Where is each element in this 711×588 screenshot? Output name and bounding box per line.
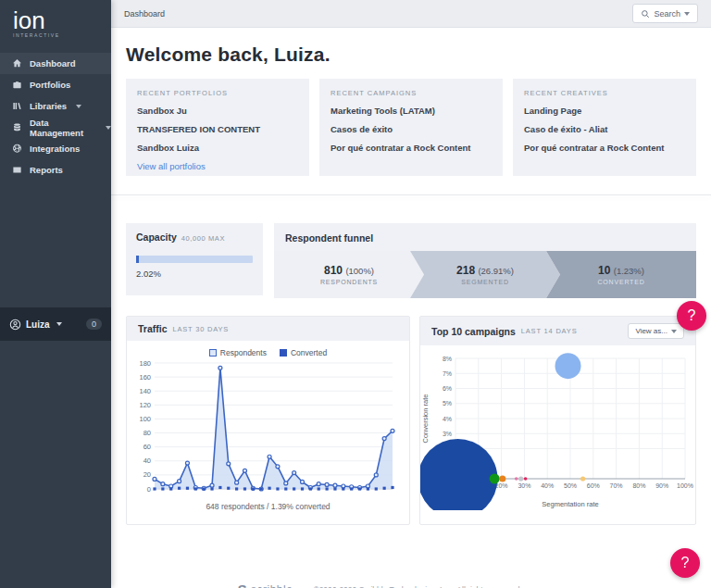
svg-text:20: 20: [143, 470, 151, 479]
user-name: Luiza: [26, 319, 50, 330]
respondents-swatch: [209, 349, 217, 357]
stage-percent: (100%): [345, 266, 374, 276]
svg-text:60%: 60%: [587, 482, 600, 489]
scribble-logo[interactable]: S scribble: [237, 583, 293, 588]
view-as-dropdown[interactable]: View as...: [628, 323, 684, 339]
campaign-link[interactable]: Marketing Tools (LATAM): [331, 106, 492, 116]
capacity-progress-bar: [136, 256, 253, 263]
capacity-max-label: 40,000 MAX: [181, 234, 225, 243]
traffic-caption: 648 respondents / 1.39% converted: [127, 500, 409, 511]
capacity-card: Capacity 40,000 MAX 2.02%: [126, 223, 263, 295]
svg-text:50%: 50%: [564, 482, 577, 489]
app-root: ion INTERACTIVE Dashboard Portfolios Lib…: [0, 0, 711, 588]
svg-text:180: 180: [139, 359, 151, 368]
funnel-stage-segmented: 218 (26.91%) SEGMENTED: [410, 251, 560, 298]
converted-swatch: [280, 349, 287, 357]
scribble-logo-text: scribble: [251, 583, 293, 588]
content: Welcome back, Luiza. RECENT PORTFOLIOS S…: [111, 28, 711, 588]
creative-link[interactable]: Landing Page: [524, 106, 685, 116]
stage-value: 810: [324, 264, 343, 277]
portfolio-link[interactable]: Sandbox Ju: [137, 106, 298, 116]
sidebar-item-dashboard[interactable]: Dashboard: [0, 53, 111, 74]
globe-icon: [12, 144, 22, 154]
svg-text:7%: 7%: [443, 370, 452, 377]
ion-logo[interactable]: ion INTERACTIVE: [0, 0, 111, 45]
chevron-down-icon: [106, 126, 111, 130]
svg-text:60: 60: [143, 443, 151, 451]
respondent-funnel-card: Respondent funnel 810 (100%) RESPONDENTS…: [274, 223, 696, 298]
sidebar-item-libraries[interactable]: Libraries: [0, 95, 111, 117]
svg-text:0: 0: [147, 485, 151, 494]
legend-label: Respondents: [220, 348, 267, 357]
funnel-stages: 810 (100%) RESPONDENTS 218 (26.91%) SEGM…: [274, 251, 696, 298]
ion-logo-title: ion: [13, 9, 111, 31]
page-title: Welcome back, Luiza.: [111, 28, 711, 66]
user-menu[interactable]: Luiza 0: [0, 307, 111, 341]
svg-text:80%: 80%: [632, 482, 645, 489]
funnel-title: Respondent funnel: [285, 232, 373, 244]
search-input[interactable]: Search: [632, 4, 698, 23]
svg-text:160: 160: [139, 373, 151, 382]
library-icon: [12, 101, 22, 111]
creative-link[interactable]: Caso de éxito - Aliat: [524, 124, 685, 134]
campaigns-subtitle: LAST 14 DAYS: [521, 327, 578, 335]
sidebar-item-label: Libraries: [30, 101, 67, 111]
help-button-bottom[interactable]: ?: [670, 548, 700, 578]
stage-label: CONVERTED: [597, 279, 644, 285]
sidebar-item-integrations[interactable]: Integrations: [0, 138, 111, 159]
svg-text:40: 40: [143, 457, 151, 465]
view-as-label: View as...: [635, 327, 667, 335]
portfolio-link[interactable]: TRANSFERED ION CONTENT: [137, 124, 298, 134]
campaigns-title: Top 10 campaigns: [431, 326, 516, 337]
sidebar: ion INTERACTIVE Dashboard Portfolios Lib…: [0, 0, 111, 588]
sidebar-item-label: Dashboard: [30, 58, 76, 69]
svg-text:30%: 30%: [518, 482, 530, 489]
sidebar-item-reports[interactable]: Reports: [0, 159, 111, 181]
stage-percent: (26.91%): [478, 266, 514, 276]
traffic-title: Traffic: [138, 323, 168, 334]
svg-text:70%: 70%: [610, 482, 623, 489]
footer: S scribble ©2006-2020 Scribble Technolog…: [111, 546, 711, 588]
traffic-card: Traffic LAST 30 DAYS Respondents Convert…: [126, 316, 410, 525]
portfolio-link[interactable]: Sandbox Luiza: [137, 143, 298, 153]
creative-link[interactable]: Por qué contratar a Rock Content: [524, 143, 685, 153]
svg-text:120: 120: [139, 401, 151, 409]
search-label: Search: [654, 9, 680, 19]
legend-label: Converted: [291, 348, 327, 357]
stage-label: RESPONDENTS: [320, 279, 378, 285]
card-label: RECENT PORTFOLIOS: [137, 89, 298, 97]
sidebar-item-portfolios[interactable]: Portfolios: [0, 74, 111, 95]
traffic-legend: Respondents Converted: [127, 341, 409, 357]
campaign-link[interactable]: Casos de éxito: [331, 124, 492, 134]
svg-text:140: 140: [139, 387, 151, 395]
campaigns-bubble-chart[interactable]: 0%10%20%30%40%50%60%70%80%90%100%2%3%4%5…: [420, 345, 695, 514]
top-campaigns-card: ? Top 10 campaigns LAST 14 DAYS View as.…: [419, 316, 696, 525]
breadcrumb[interactable]: Dashboard: [124, 9, 165, 19]
sidebar-item-label: Reports: [30, 165, 63, 175]
stage-label: SEGMENTED: [461, 279, 509, 285]
capacity-title: Capacity: [136, 231, 177, 243]
card-label: RECENT CREATIVES: [524, 89, 685, 97]
capacity-percent: 2.02%: [136, 269, 253, 279]
user-avatar-icon: [9, 319, 21, 331]
sidebar-item-label: Portfolios: [30, 80, 70, 90]
notification-badge[interactable]: 0: [86, 319, 102, 330]
main-area: Dashboard Search Welcome back, Luiza. RE…: [111, 0, 711, 588]
campaign-link[interactable]: Por qué contratar a Rock Content: [331, 143, 492, 153]
sidebar-item-data-management[interactable]: Data Management: [0, 117, 111, 138]
ion-logo-subtitle: INTERACTIVE: [13, 32, 111, 38]
svg-text:Segmentation rate: Segmentation rate: [542, 500, 598, 508]
card-label: RECENT CAMPAIGNS: [331, 89, 492, 97]
recent-portfolios-card: RECENT PORTFOLIOS Sandbox Ju TRANSFERED …: [126, 79, 309, 176]
help-button-top[interactable]: ?: [677, 301, 706, 331]
chevron-down-icon: [684, 12, 690, 16]
stage-value: 10: [598, 264, 610, 277]
stats-row: Capacity 40,000 MAX 2.02% Respondent fun…: [111, 195, 711, 298]
chevron-down-icon: [76, 105, 81, 108]
view-all-portfolios-link[interactable]: View all portfolios: [137, 161, 298, 171]
traffic-line-chart[interactable]: 020406080100120140160180: [127, 357, 409, 500]
funnel-stage-respondents: 810 (100%) RESPONDENTS: [274, 251, 424, 298]
svg-text:100%: 100%: [677, 482, 693, 489]
briefcase-icon: [12, 80, 22, 90]
home-icon: [12, 58, 22, 69]
